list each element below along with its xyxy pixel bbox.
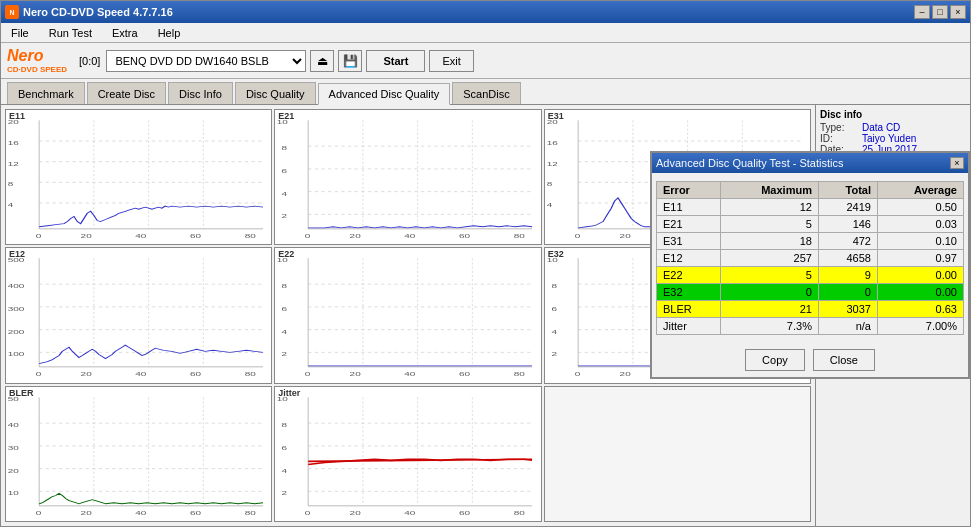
svg-text:8: 8 — [8, 181, 14, 188]
stats-row: E111224190.50 — [657, 199, 964, 216]
tab-create-disc[interactable]: Create Disc — [87, 82, 166, 104]
svg-text:16: 16 — [8, 140, 20, 147]
svg-text:2: 2 — [551, 352, 557, 359]
titlebar: N Nero CD-DVD Speed 4.7.7.16 – □ × — [1, 1, 970, 23]
type-value: Data CD — [862, 122, 900, 133]
svg-text:8: 8 — [546, 181, 552, 188]
svg-text:60: 60 — [459, 233, 471, 240]
exit-button[interactable]: Exit — [429, 50, 473, 72]
tab-advanced-disc-quality[interactable]: Advanced Disc Quality — [318, 83, 451, 105]
stats-row: E32000.00 — [657, 284, 964, 301]
tab-disc-quality[interactable]: Disc Quality — [235, 82, 316, 104]
eject-icon-btn[interactable]: ⏏ — [310, 50, 334, 72]
col-maximum: Maximum — [721, 182, 819, 199]
tab-disc-info[interactable]: Disc Info — [168, 82, 233, 104]
stats-close-btn[interactable]: Close — [813, 349, 875, 371]
chart-e12: 500 400 300 200 100 0 20 40 60 80 E12 — [5, 247, 272, 383]
chart-jitter-label: Jitter — [278, 388, 300, 398]
tab-bar: Benchmark Create Disc Disc Info Disc Qua… — [1, 79, 970, 105]
svg-text:40: 40 — [135, 371, 147, 378]
chart-e22: 10 8 6 4 2 0 20 40 60 80 E22 — [274, 247, 541, 383]
stats-row: Jitter7.3%n/a7.00% — [657, 318, 964, 335]
stats-row: E22590.00 — [657, 267, 964, 284]
svg-text:4: 4 — [551, 329, 557, 336]
svg-text:80: 80 — [514, 233, 526, 240]
id-label: ID: — [820, 133, 858, 144]
svg-text:60: 60 — [459, 371, 471, 378]
svg-text:20: 20 — [619, 233, 631, 240]
drive-label: [0:0] — [79, 55, 100, 67]
svg-text:40: 40 — [405, 510, 417, 517]
svg-text:40: 40 — [135, 233, 147, 240]
tab-benchmark[interactable]: Benchmark — [7, 82, 85, 104]
stats-table: Error Maximum Total Average E111224190.5… — [656, 181, 964, 335]
svg-text:12: 12 — [546, 161, 558, 168]
svg-text:8: 8 — [282, 283, 288, 290]
svg-text:8: 8 — [551, 283, 557, 290]
menu-extra[interactable]: Extra — [106, 26, 144, 40]
maximize-button[interactable]: □ — [932, 5, 948, 19]
svg-text:20: 20 — [8, 467, 20, 474]
svg-text:16: 16 — [546, 140, 558, 147]
svg-text:80: 80 — [245, 510, 257, 517]
copy-button[interactable]: Copy — [745, 349, 805, 371]
chart-e11: 20 16 12 8 4 0 20 40 60 80 E11 — [5, 109, 272, 245]
save-icon-btn[interactable]: 💾 — [338, 50, 362, 72]
close-button[interactable]: × — [950, 5, 966, 19]
svg-text:60: 60 — [190, 510, 202, 517]
id-value: Taiyo Yuden — [862, 133, 916, 144]
type-label: Type: — [820, 122, 858, 133]
stats-window: Advanced Disc Quality Test - Statistics … — [650, 151, 970, 379]
svg-text:20: 20 — [81, 510, 93, 517]
svg-text:8: 8 — [282, 422, 288, 429]
svg-text:0: 0 — [305, 233, 311, 240]
svg-text:2: 2 — [282, 213, 288, 220]
stats-titlebar: Advanced Disc Quality Test - Statistics … — [652, 153, 968, 173]
chart-bler-label: BLER — [9, 388, 34, 398]
minimize-button[interactable]: – — [914, 5, 930, 19]
main-window: N Nero CD-DVD Speed 4.7.7.16 – □ × File … — [0, 0, 971, 527]
svg-text:6: 6 — [282, 306, 288, 313]
svg-text:20: 20 — [81, 233, 93, 240]
svg-text:300: 300 — [8, 306, 25, 313]
svg-text:10: 10 — [8, 490, 20, 497]
svg-text:40: 40 — [405, 371, 417, 378]
svg-text:0: 0 — [575, 371, 581, 378]
svg-text:20: 20 — [350, 233, 362, 240]
tab-scandisc[interactable]: ScanDisc — [452, 82, 520, 104]
svg-text:4: 4 — [8, 202, 14, 209]
app-icon: N — [5, 5, 19, 19]
svg-text:2: 2 — [282, 490, 288, 497]
svg-text:4: 4 — [282, 191, 288, 198]
svg-text:0: 0 — [36, 233, 42, 240]
stats-row: E1225746580.97 — [657, 250, 964, 267]
nero-logo: Nero CD·DVD SPEED — [7, 47, 67, 74]
svg-text:4: 4 — [282, 467, 288, 474]
stats-row: BLER2130370.63 — [657, 301, 964, 318]
chart-e21-label: E21 — [278, 111, 294, 121]
menu-help[interactable]: Help — [152, 26, 187, 40]
menubar: File Run Test Extra Help — [1, 23, 970, 43]
svg-text:6: 6 — [282, 444, 288, 451]
drive-select[interactable]: BENQ DVD DD DW1640 BSLB — [106, 50, 306, 72]
menu-run-test[interactable]: Run Test — [43, 26, 98, 40]
svg-text:4: 4 — [282, 329, 288, 336]
menu-file[interactable]: File — [5, 26, 35, 40]
svg-text:0: 0 — [305, 510, 311, 517]
start-button[interactable]: Start — [366, 50, 425, 72]
chart-bler: 50 40 30 20 10 0 20 40 60 80 BLER — [5, 386, 272, 522]
col-average: Average — [877, 182, 963, 199]
svg-text:40: 40 — [405, 233, 417, 240]
stats-row: E31184720.10 — [657, 233, 964, 250]
svg-text:40: 40 — [8, 422, 20, 429]
svg-text:100: 100 — [8, 352, 25, 359]
svg-text:80: 80 — [514, 510, 526, 517]
chart-e22-label: E22 — [278, 249, 294, 259]
stats-close-button[interactable]: × — [950, 157, 964, 169]
svg-text:4: 4 — [546, 202, 552, 209]
svg-text:0: 0 — [36, 371, 42, 378]
svg-text:12: 12 — [8, 161, 20, 168]
svg-text:20: 20 — [619, 371, 631, 378]
svg-text:0: 0 — [305, 371, 311, 378]
chart-e12-label: E12 — [9, 249, 25, 259]
